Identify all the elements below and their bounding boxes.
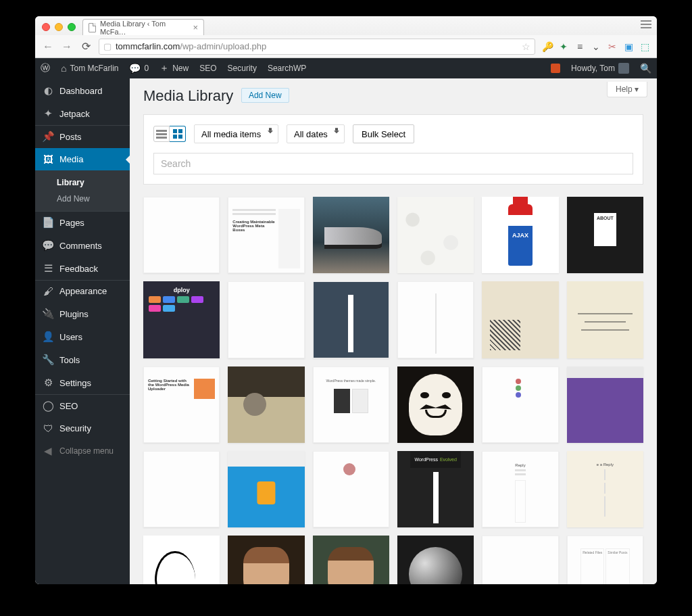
sidebar-item-settings[interactable]: ⚙Settings	[35, 371, 130, 394]
sidebar-item-users[interactable]: 👤Users	[35, 325, 130, 348]
adminbar-security[interactable]: Security	[222, 58, 262, 78]
browser-tab[interactable]: Media Library ‹ Tom McFa… ×	[82, 19, 204, 35]
site-name-link[interactable]: ⌂Tom McFarlin	[55, 58, 124, 78]
media-item[interactable]	[313, 197, 389, 273]
date-filter[interactable]: All dates	[287, 124, 345, 143]
svg-rect-4	[178, 129, 182, 133]
media-grid: Creating Maintainable WordPress Meta Box…	[143, 197, 643, 584]
close-window-icon[interactable]	[42, 23, 50, 31]
media-item[interactable]	[228, 451, 304, 527]
media-item[interactable]	[397, 281, 474, 358]
submenu-add-new[interactable]: Add New	[35, 191, 130, 207]
sidebar-item-comments[interactable]: 💬Comments	[35, 234, 130, 257]
svg-rect-5	[173, 135, 177, 139]
media-item[interactable]	[313, 281, 389, 358]
address-bar[interactable]: ▢ tommcfarlin.com/wp-admin/upload.php ☆	[99, 39, 535, 55]
adminbar-seo[interactable]: SEO	[194, 58, 222, 78]
sidebar-item-seo[interactable]: ◯SEO	[35, 394, 130, 417]
browser-chrome: Media Library ‹ Tom McFa… × ← → ⟳ ▢ tomm…	[35, 16, 657, 59]
comments-link[interactable]: 💬0	[124, 58, 154, 78]
media-item[interactable]	[482, 281, 558, 358]
sidebar-item-security[interactable]: 🛡Security	[35, 417, 130, 440]
media-item[interactable]	[482, 197, 558, 273]
zoom-window-icon[interactable]	[68, 23, 76, 31]
extension-icon[interactable]: ▣	[623, 41, 634, 52]
sidebar-item-plugins[interactable]: 🔌Plugins	[35, 302, 130, 325]
search-icon[interactable]: 🔍	[635, 58, 657, 78]
sidebar-item-media[interactable]: 🖼Media	[35, 148, 130, 170]
media-type-filter[interactable]: All media items	[194, 124, 278, 143]
media-item[interactable]: Reply	[482, 451, 558, 527]
media-item[interactable]	[397, 366, 474, 443]
sidebar-item-appearance[interactable]: 🖌Appearance	[35, 280, 130, 302]
extension-icon[interactable]: ≡	[574, 41, 585, 52]
new-content-link[interactable]: ＋New	[154, 58, 194, 78]
sidebar-item-dashboard[interactable]: ◐Dashboard	[35, 79, 130, 102]
chrome-menu-icon[interactable]	[641, 20, 651, 28]
extension-icon[interactable]: ⌄	[591, 41, 601, 52]
close-tab-icon[interactable]: ×	[193, 22, 198, 32]
view-switcher	[153, 126, 186, 142]
extension-icon[interactable]: ⬚	[639, 41, 650, 52]
media-item[interactable]	[567, 281, 643, 358]
media-item[interactable]	[567, 366, 643, 443]
media-item[interactable]	[228, 366, 304, 443]
grid-view-button[interactable]	[170, 126, 186, 142]
list-view-button[interactable]	[153, 126, 170, 142]
wp-logo[interactable]: ⓦ	[35, 58, 55, 78]
svg-rect-1	[156, 133, 167, 135]
collapse-menu[interactable]: ◀Collapse menu	[35, 440, 130, 463]
extension-icon[interactable]: 🔑	[542, 41, 553, 52]
menu-icon: ◯	[42, 400, 54, 412]
media-item[interactable]	[482, 366, 558, 443]
url-host: tommcfarlin.com	[116, 41, 180, 51]
menu-icon: 🔌	[42, 308, 54, 320]
reload-button[interactable]: ⟳	[80, 40, 92, 53]
back-button[interactable]: ←	[42, 41, 54, 53]
extension-icon[interactable]: ✂	[607, 41, 618, 52]
menu-icon: ◐	[42, 85, 54, 97]
bulk-select-button[interactable]: Bulk Select	[353, 124, 414, 143]
sidebar-item-jetpack[interactable]: ✦Jetpack	[35, 102, 130, 125]
media-item[interactable]: Getting Started with the WordPress Media…	[143, 366, 220, 443]
extension-icons: 🔑 ✦ ≡ ⌄ ✂ ▣ ⬚	[542, 41, 650, 52]
media-item[interactable]	[228, 281, 304, 358]
media-item[interactable]: WordPress themes made simple.	[313, 366, 389, 443]
media-item[interactable]	[143, 451, 220, 527]
sidebar-item-pages[interactable]: 📄Pages	[35, 211, 130, 234]
media-item[interactable]	[397, 197, 474, 273]
sidebar-item-posts[interactable]: 📌Posts	[35, 125, 130, 148]
notification-icon[interactable]	[545, 58, 566, 78]
media-item[interactable]	[397, 536, 474, 584]
collapse-icon: ◀	[42, 445, 54, 457]
media-item[interactable]: Related FilesSimilar Posts	[567, 536, 643, 584]
menu-icon: ✦	[42, 108, 54, 120]
sidebar-item-tools[interactable]: 🔧Tools	[35, 348, 130, 371]
bookmark-star-icon[interactable]: ☆	[522, 41, 530, 52]
add-new-button[interactable]: Add New	[241, 88, 289, 103]
media-item[interactable]	[143, 197, 220, 273]
media-item[interactable]	[313, 536, 389, 584]
sidebar-item-feedback[interactable]: ☰Feedback	[35, 257, 130, 280]
media-item[interactable]	[228, 536, 304, 584]
help-tab[interactable]: Help ▾	[607, 82, 647, 97]
media-item[interactable]	[313, 451, 389, 527]
window-controls[interactable]	[42, 23, 76, 31]
media-item[interactable]: ABOUT	[567, 197, 643, 273]
media-item[interactable]	[143, 536, 220, 584]
tab-title: Media Library ‹ Tom McFa…	[100, 20, 184, 36]
page-title: Media Library	[143, 87, 233, 105]
extension-icon[interactable]: ✦	[558, 41, 569, 52]
media-item[interactable]: WordPressEvolved	[397, 451, 474, 527]
search-input[interactable]	[153, 153, 633, 174]
minimize-window-icon[interactable]	[55, 23, 63, 31]
adminbar-searchwp[interactable]: SearchWP	[262, 58, 312, 78]
media-item[interactable]	[482, 536, 558, 584]
media-item[interactable]: Creating Maintainable WordPress Meta Box…	[228, 197, 304, 273]
forward-button: →	[61, 41, 73, 53]
account-link[interactable]: Howdy, Tom	[566, 58, 635, 78]
media-item[interactable]: e a Reply	[567, 451, 643, 527]
menu-icon: ⚙	[42, 377, 54, 389]
media-item[interactable]: dploy	[143, 281, 220, 358]
submenu-library[interactable]: Library	[35, 174, 130, 191]
